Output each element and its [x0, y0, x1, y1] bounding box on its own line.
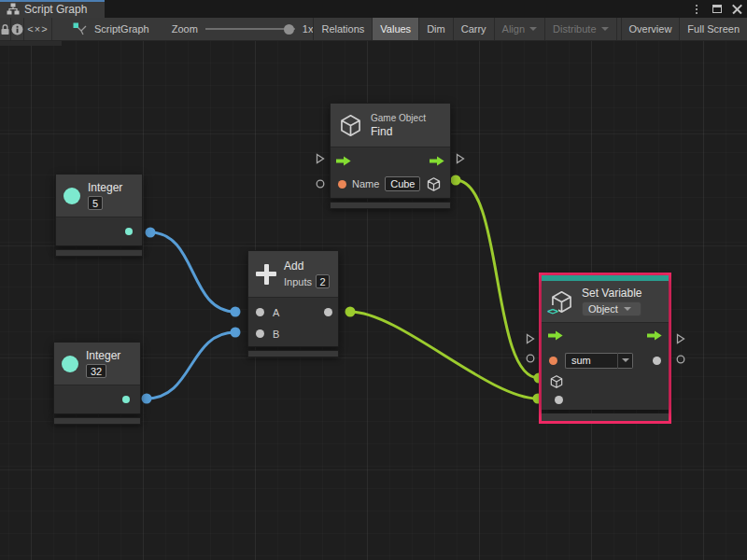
name-external-port[interactable]: [316, 179, 325, 189]
input-port-a[interactable]: [256, 308, 264, 316]
fullscreen-button[interactable]: Full Screen: [679, 18, 747, 40]
integer-value-field[interactable]: 32: [86, 364, 106, 378]
node-title: Add: [284, 259, 330, 273]
output-port[interactable]: [122, 396, 130, 403]
chevron-down-icon: [601, 27, 609, 31]
node-footer: [55, 249, 143, 257]
variable-name-external-port[interactable]: [526, 354, 535, 363]
zoom-control: Zoom 1x: [172, 18, 314, 40]
node-add[interactable]: Add Inputs 2 A B: [247, 250, 339, 357]
flow-in-arrow-icon[interactable]: [336, 156, 351, 166]
name-value-field[interactable]: Cube: [385, 176, 420, 191]
code-view-label: <×>: [27, 23, 48, 35]
wire-find-to-setvariable-object[interactable]: [456, 180, 539, 378]
flow-in-external-port[interactable]: [526, 333, 535, 344]
input-port-b[interactable]: [256, 329, 264, 338]
variable-name-dropdown[interactable]: sum: [565, 353, 633, 369]
integer-icon: [63, 188, 80, 204]
port-a-label: A: [273, 307, 279, 318]
value-input-port[interactable]: [555, 396, 563, 404]
maximize-icon: [712, 5, 722, 13]
chevron-down-icon: [529, 27, 537, 31]
node-title: Integer: [86, 349, 120, 362]
overview-button[interactable]: Overview: [621, 18, 680, 40]
node-category: Game Object: [371, 113, 426, 123]
inputs-count-field[interactable]: 2: [316, 274, 330, 288]
node-title: Set Variable: [582, 287, 641, 300]
variable-name-port[interactable]: [549, 357, 557, 365]
node-footer: [330, 202, 451, 209]
values-button[interactable]: Values: [372, 18, 418, 40]
window-menu-button[interactable]: [690, 3, 702, 15]
zoom-label: Zoom: [172, 23, 198, 35]
node-title: Find: [371, 125, 426, 138]
wire-add-to-setvariable-value[interactable]: [350, 312, 538, 399]
align-dropdown-button[interactable]: Align: [494, 18, 544, 40]
object-target-port-icon[interactable]: [549, 374, 564, 389]
gameobject-cube-icon: [338, 113, 363, 138]
value-output-port[interactable]: [653, 357, 661, 365]
graph-toolbar: <×> ScriptGraph Zoom 1x Relations Values: [0, 18, 747, 41]
script-graph-icon: [73, 22, 88, 35]
node-set-variable[interactable]: <> Set Variable Object: [542, 275, 669, 421]
zoom-slider-handle[interactable]: [284, 24, 294, 35]
gameobject-result-icon: [426, 176, 442, 192]
wire-integer5-to-add-a[interactable]: [150, 232, 235, 312]
chevron-down-icon: [624, 307, 631, 311]
flow-in-arrow-icon[interactable]: [548, 330, 563, 341]
inputs-label: Inputs: [284, 276, 312, 287]
lock-button[interactable]: [0, 18, 11, 40]
node-title: Integer: [88, 181, 122, 194]
window-controls: [690, 0, 743, 18]
zoom-slider[interactable]: [205, 23, 295, 35]
node-integer-a[interactable]: Integer 5: [55, 174, 143, 257]
node-footer: [247, 350, 339, 357]
close-button[interactable]: [731, 3, 743, 15]
graph-name-label: ScriptGraph: [94, 23, 149, 35]
maximize-button[interactable]: [711, 3, 723, 15]
integer-icon: [62, 356, 78, 372]
script-graph-window: Script Graph: [0, 0, 747, 560]
lock-icon: [0, 23, 10, 35]
add-icon: [256, 264, 276, 285]
name-label: Name: [352, 178, 379, 189]
graph-breadcrumb[interactable]: ScriptGraph: [52, 18, 149, 40]
distribute-dropdown-button[interactable]: Distribute: [544, 18, 615, 40]
tab-script-graph[interactable]: Script Graph: [0, 0, 105, 18]
node-footer: [542, 413, 669, 421]
tab-bar: Script Graph: [0, 0, 747, 18]
toolbar-buttons: Relations Values Dim Carry Align Distrib…: [313, 18, 747, 40]
close-icon: [732, 4, 742, 14]
variable-kind-dropdown[interactable]: Object: [582, 301, 641, 316]
graph-canvas[interactable]: Integer 5 Integer 32: [0, 41, 747, 560]
wire-integer32-to-add-b[interactable]: [147, 332, 235, 399]
output-port[interactable]: [125, 228, 133, 235]
variable-icon: <>: [549, 289, 574, 315]
code-view-toggle[interactable]: <×>: [24, 18, 52, 40]
hierarchy-icon: [7, 3, 20, 15]
port-b-label: B: [273, 329, 279, 340]
node-gameobject-find[interactable]: Game Object Find Na: [330, 103, 451, 209]
chevron-down-icon: [622, 358, 629, 362]
node-footer: [53, 417, 141, 425]
tab-title: Script Graph: [24, 2, 87, 16]
integer-value-field[interactable]: 5: [88, 196, 103, 210]
flow-out-external-port[interactable]: [676, 333, 685, 344]
active-tab-accent: [0, 0, 105, 2]
flow-out-arrow-icon[interactable]: [647, 330, 662, 341]
name-input-port[interactable]: [338, 180, 346, 189]
flow-out-arrow-icon[interactable]: [430, 156, 444, 166]
dim-button[interactable]: Dim: [418, 18, 453, 40]
flow-in-external-port[interactable]: [316, 153, 325, 164]
flow-out-external-port[interactable]: [456, 153, 465, 164]
node-integer-b[interactable]: Integer 32: [53, 342, 141, 425]
sum-output-port[interactable]: [324, 308, 332, 316]
value-output-external-port[interactable]: [676, 355, 685, 364]
info-button[interactable]: [11, 18, 24, 40]
info-icon: [11, 23, 23, 35]
relations-button[interactable]: Relations: [313, 18, 372, 40]
zoom-slider-track[interactable]: [205, 28, 295, 30]
kebab-menu-icon: [696, 5, 698, 14]
carry-button[interactable]: Carry: [453, 18, 494, 40]
zoom-value: 1x: [303, 23, 314, 35]
